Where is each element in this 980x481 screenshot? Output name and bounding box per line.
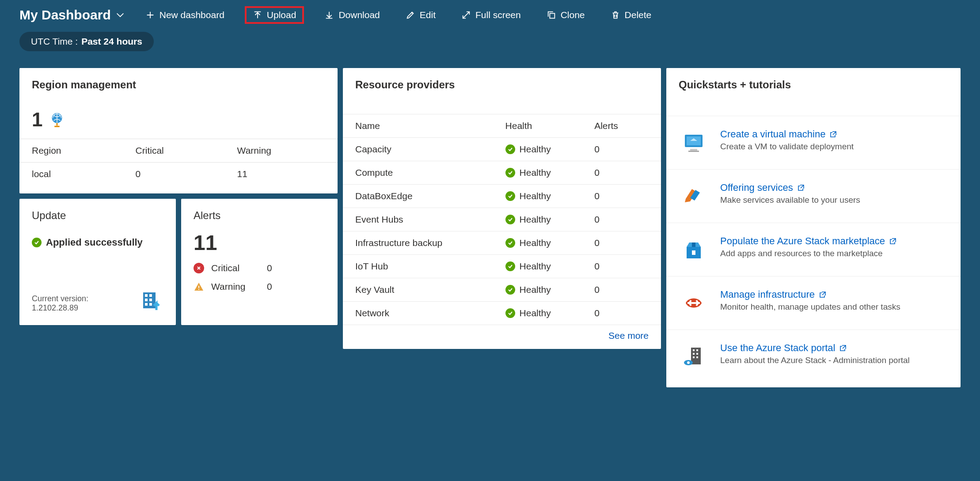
- new-dashboard-button[interactable]: New dashboard: [140, 7, 230, 23]
- update-status: Applied successfully: [46, 237, 143, 248]
- clone-button[interactable]: Clone: [541, 7, 590, 23]
- fullscreen-label: Full screen: [475, 10, 521, 20]
- check-icon: [505, 238, 515, 248]
- rp-health: Healthy: [496, 185, 585, 208]
- table-row[interactable]: local 0 11: [19, 163, 338, 186]
- upload-button[interactable]: Upload: [245, 6, 304, 24]
- table-row[interactable]: CapacityHealthy0: [343, 138, 661, 161]
- quickstart-link[interactable]: Offering services: [720, 182, 860, 193]
- plus-icon: [145, 10, 155, 20]
- check-icon: [505, 285, 515, 295]
- external-link-icon: [819, 291, 826, 298]
- see-more-link[interactable]: See more: [343, 325, 661, 349]
- rp-name: Compute: [343, 161, 496, 185]
- quickstart-desc: Add apps and resources to the marketplac…: [720, 247, 896, 258]
- quickstart-link[interactable]: Manage infrastructure: [720, 289, 900, 300]
- delete-button[interactable]: Delete: [605, 7, 657, 23]
- table-row[interactable]: Key VaultHealthy0: [343, 278, 661, 302]
- time-filter-pill[interactable]: UTC Time : Past 24 hours: [19, 32, 154, 51]
- svg-rect-20: [696, 353, 698, 355]
- fullscreen-button[interactable]: Full screen: [456, 7, 526, 23]
- svg-rect-7: [145, 303, 148, 306]
- clone-label: Clone: [561, 10, 585, 20]
- region-management-title: Region management: [19, 68, 338, 98]
- quickstart-icon: [680, 129, 708, 157]
- rp-health: Healthy: [496, 161, 585, 185]
- edit-button[interactable]: Edit: [400, 7, 441, 23]
- external-link-icon: [830, 131, 837, 138]
- check-icon: [505, 215, 515, 224]
- table-row[interactable]: Infrastructure backupHealthy0: [343, 231, 661, 255]
- cell-warning: 11: [225, 163, 338, 186]
- quickstart-desc: Learn about the Azure Stack - Administra…: [720, 354, 910, 365]
- quickstart-icon: [680, 342, 708, 371]
- quickstart-icon: [680, 182, 708, 210]
- quickstart-item[interactable]: Manage infrastructureMonitor health, man…: [666, 276, 961, 330]
- dashboard-title-dropdown[interactable]: My Dashboard: [19, 8, 125, 23]
- quickstart-link[interactable]: Use the Azure Stack portal: [720, 342, 910, 354]
- rp-alerts: 0: [585, 185, 661, 208]
- quickstart-item[interactable]: Offering servicesMake services available…: [666, 169, 961, 223]
- time-filter-label: UTC Time :: [31, 36, 78, 47]
- quickstart-item[interactable]: Create a virtual machineCreate a VM to v…: [666, 116, 961, 169]
- alerts-total: 11: [194, 231, 325, 255]
- fullscreen-icon: [461, 10, 471, 20]
- rp-alerts: 0: [585, 208, 661, 231]
- svg-rect-10: [198, 289, 199, 290]
- svg-rect-17: [693, 349, 695, 351]
- download-icon: [324, 10, 334, 20]
- cell-critical: 0: [123, 163, 225, 186]
- svg-rect-22: [696, 356, 698, 358]
- table-row[interactable]: NetworkHealthy0: [343, 302, 661, 325]
- svg-rect-4: [149, 294, 152, 297]
- dashboard-title: My Dashboard: [19, 8, 111, 23]
- check-icon: [505, 191, 515, 201]
- alerts-title: Alerts: [181, 199, 338, 229]
- chevron-down-icon: [115, 10, 125, 20]
- quickstart-item[interactable]: Populate the Azure Stack marketplaceAdd …: [666, 223, 961, 276]
- rp-health: Healthy: [496, 278, 585, 302]
- col-region: Region: [19, 139, 123, 163]
- pencil-icon: [406, 10, 415, 20]
- error-icon: [194, 263, 204, 273]
- table-row[interactable]: DataBoxEdgeHealthy0: [343, 185, 661, 208]
- region-table: Region Critical Warning local 0 11: [19, 139, 338, 186]
- table-row[interactable]: ComputeHealthy0: [343, 161, 661, 185]
- quickstart-link[interactable]: Populate the Azure Stack marketplace: [720, 235, 896, 247]
- update-tile[interactable]: Update Applied successfully Current vers…: [19, 199, 176, 325]
- table-row[interactable]: Event HubsHealthy0: [343, 208, 661, 231]
- quickstart-link[interactable]: Create a virtual machine: [720, 129, 854, 140]
- table-row[interactable]: IoT HubHealthy0: [343, 255, 661, 278]
- quickstart-desc: Monitor health, manage updates and other…: [720, 300, 900, 312]
- region-count: 1: [32, 109, 42, 131]
- rp-health: Healthy: [496, 138, 585, 161]
- rp-health: Healthy: [496, 255, 585, 278]
- resource-providers-title: Resource providers: [343, 68, 661, 98]
- quickstart-desc: Make services available to your users: [720, 193, 860, 205]
- resource-providers-table: Name Health Alerts CapacityHealthy0Compu…: [343, 114, 661, 325]
- rp-health: Healthy: [496, 231, 585, 255]
- rp-name: Network: [343, 302, 496, 325]
- check-icon: [32, 238, 42, 247]
- check-icon: [505, 261, 515, 271]
- svg-rect-18: [696, 349, 698, 351]
- rp-name: Key Vault: [343, 278, 496, 302]
- time-filter-value: Past 24 hours: [81, 36, 142, 47]
- download-button[interactable]: Download: [319, 7, 385, 23]
- region-management-tile[interactable]: Region management 1 Region Critical Warn…: [19, 68, 338, 193]
- version-label: Current version:: [32, 294, 88, 303]
- cell-region: local: [19, 163, 123, 186]
- rp-alerts: 0: [585, 161, 661, 185]
- svg-rect-9: [198, 286, 199, 288]
- quickstart-desc: Create a VM to validate deployment: [720, 140, 854, 151]
- rp-alerts: 0: [585, 138, 661, 161]
- rp-name: Event Hubs: [343, 208, 496, 231]
- resource-providers-tile[interactable]: Resource providers Name Health Alerts Ca…: [343, 68, 661, 349]
- download-label: Download: [338, 10, 380, 20]
- rp-health: Healthy: [496, 208, 585, 231]
- alerts-tile[interactable]: Alerts 11 Critical 0 Warning: [181, 199, 338, 325]
- upload-icon: [253, 10, 262, 20]
- critical-label: Critical: [211, 263, 260, 273]
- quickstart-item[interactable]: Use the Azure Stack portalLearn about th…: [666, 330, 961, 383]
- svg-rect-19: [693, 353, 695, 355]
